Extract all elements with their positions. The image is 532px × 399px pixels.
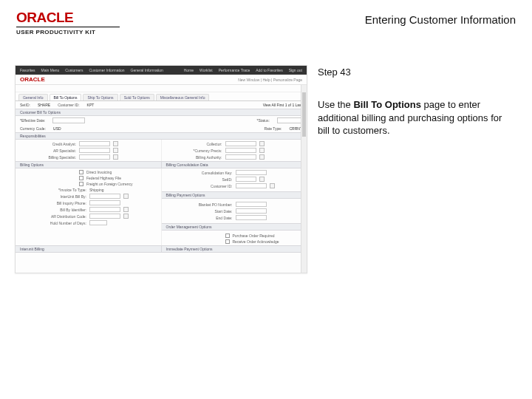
hold-days-label: Hold Number of Days:	[20, 221, 86, 225]
lookup-icon	[259, 148, 265, 153]
logo-divider	[16, 27, 120, 27]
nav-item: Favorites	[20, 68, 35, 72]
start-date-label: Start Date:	[166, 209, 233, 214]
thumb-oracle-logo: ORACLE	[20, 76, 45, 83]
currency-label: Currency Code:	[20, 126, 46, 131]
ar-specialist-field	[79, 148, 110, 153]
cons-custid-label: Customer ID:	[166, 184, 233, 188]
section-billing-payment: Billing Payment Options	[162, 191, 307, 199]
cons-setid-field	[236, 177, 256, 182]
cons-custid-field	[236, 183, 267, 188]
thumb-top-nav: Favorites Main Menu Customers Customer I…	[16, 66, 307, 75]
direct-invoicing-check	[79, 170, 83, 174]
billing-specialist-field	[79, 154, 110, 160]
credit-analyst-label: Credit Analyst:	[20, 142, 76, 146]
order-ack-label: Receive Order Acknowledge	[233, 239, 279, 244]
tab-ship-to-options: Ship To Options	[83, 94, 117, 100]
consolidation-key-label: Consolidation Key:	[166, 171, 233, 175]
app-screenshot-thumbnail: Favorites Main Menu Customers Customer I…	[15, 65, 307, 273]
blanket-po-label: Blanket PO Number:	[166, 202, 233, 207]
billing-options-grid: Direct Invoicing Federal Highway File Fr…	[16, 168, 307, 245]
tab-sold-to-options: Sold To Options	[120, 94, 154, 100]
bill-inquiry-phone-field	[89, 200, 120, 205]
setid-value: SHARE	[38, 103, 50, 107]
lookup-icon	[123, 207, 129, 212]
lookup-icon	[113, 148, 118, 153]
nav-item: Customer Information	[89, 68, 124, 72]
bill-by-identifier-field	[89, 207, 120, 212]
status-value	[277, 117, 302, 123]
interunit-billby-field	[89, 194, 120, 199]
end-date-label: End Date:	[166, 216, 233, 220]
setid-label: SetID:	[20, 103, 30, 107]
order-ack-check	[225, 239, 230, 244]
thumb-currency-row: Currency Code: USD Rate Type: CRRNT	[16, 125, 307, 132]
nav-item: Sign out	[289, 68, 302, 72]
thumb-scrollbar	[301, 85, 307, 273]
currency-precis-field	[225, 148, 256, 153]
start-date-field	[236, 208, 267, 214]
lookup-icon	[123, 214, 129, 219]
end-date-field	[236, 215, 267, 220]
nav-item: Add to Favorites	[256, 68, 282, 72]
blanket-po-field	[236, 202, 267, 207]
thumb-window-links	[16, 85, 307, 92]
credit-analyst-field	[79, 141, 110, 146]
eff-date-label: *Effective Date:	[20, 118, 45, 123]
nav-item: General Information	[131, 68, 163, 72]
responsibilities-grid: Credit Analyst: AR Specialist: Billing S…	[16, 140, 307, 161]
direct-invoicing-label: Direct Invoicing	[86, 170, 112, 174]
lookup-icon	[113, 154, 118, 160]
ar-specialist-label: AR Specialist:	[20, 149, 76, 153]
section-billing-options: Billing Options	[16, 161, 161, 168]
lookup-icon	[259, 141, 265, 146]
thumb-tabs: General Info Bill To Options Ship To Opt…	[16, 92, 307, 101]
ar-dist-code-field	[89, 214, 120, 219]
oracle-upk-logo: ORACLE USER PRODUCTIVITY KIT	[16, 10, 120, 35]
invoice-to-type-label: *Invoice To Type:	[20, 188, 86, 192]
tab-bill-to-options: Bill To Options	[50, 94, 82, 100]
lookup-icon	[113, 141, 118, 146]
currency-value: USD	[53, 126, 61, 131]
section-interunit-billing: Interunit Billing	[16, 245, 161, 253]
instr-prefix: Use the	[318, 99, 353, 110]
cons-setid-label: SetID:	[166, 177, 233, 182]
tab-general-info: General Info	[18, 94, 48, 100]
nav-item: Customers	[65, 68, 83, 72]
nav-item: Home	[184, 68, 194, 72]
nav-item: Worklist	[200, 68, 213, 72]
collector-field	[225, 141, 256, 146]
po-required-check	[225, 233, 230, 238]
ar-dist-code-label: AR Distribution Code:	[20, 214, 86, 219]
view-all-meta: View All First 1 of 1 Last	[263, 103, 302, 107]
foreign-currency-check	[79, 182, 83, 186]
bill-by-identifier-label: Bill By Identifier:	[20, 208, 86, 212]
lookup-icon	[123, 194, 129, 199]
billing-specialist-label: Billing Specialist:	[20, 155, 76, 160]
custid-label: Customer ID:	[58, 103, 79, 107]
oracle-wordmark: ORACLE	[16, 10, 120, 24]
thumb-id-row: SetID: SHARE Customer ID: KPT View All F…	[16, 101, 307, 109]
nav-item: Main Menu	[41, 68, 60, 72]
lookup-icon	[270, 183, 275, 188]
rate-type-label: Rate Type:	[264, 126, 282, 131]
page-title: Entering Customer Information	[365, 13, 516, 26]
section-customer-bill-to: Customer Bill To Options	[16, 109, 307, 116]
eff-date-value	[52, 117, 85, 123]
section-order-management: Order Management Options	[162, 223, 307, 231]
po-required-label: Purchase Order Required	[233, 233, 275, 238]
upk-label: USER PRODUCTIVITY KIT	[16, 29, 120, 35]
thumb-brand-bar: ORACLE New Window | Help | Personalize P…	[16, 75, 307, 85]
instr-bold: Bill To Options	[353, 99, 420, 110]
federal-highway-check	[79, 176, 83, 180]
nav-item: Performance Trace	[219, 68, 250, 72]
billing-authority-field	[225, 154, 256, 160]
custid-value: KPT	[87, 103, 95, 107]
currency-precis-label: *Currency Precis:	[166, 149, 222, 153]
interunit-billby-label: InterUnit Bill By:	[20, 194, 86, 199]
federal-highway-label: Federal Highway File	[86, 176, 121, 180]
step-label: Step 43	[318, 66, 510, 78]
hold-days-field	[89, 220, 107, 225]
instruction-text: Use the Bill To Options page to enter ad…	[318, 98, 510, 137]
lookup-icon	[259, 177, 265, 182]
